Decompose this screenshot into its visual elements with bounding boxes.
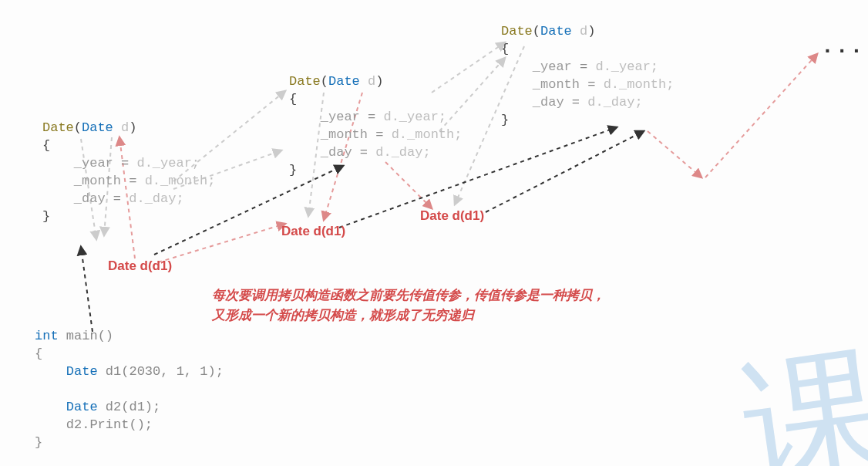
- recursion-label-1: Date d(d1): [108, 258, 172, 274]
- svg-line-13: [705, 54, 817, 177]
- copy-ctor-block-3: Date(Date d) { _year = d._year; _month =…: [501, 23, 674, 130]
- copy-ctor-block-2: Date(Date d) { _year = d._year; _month =…: [289, 73, 462, 180]
- svg-line-14: [81, 247, 93, 332]
- watermark: 课: [732, 317, 868, 466]
- copy-ctor-block-1: Date(Date d) { _year = d._year; _month =…: [42, 120, 215, 226]
- param-type: Date: [82, 120, 113, 135]
- main-function: int main() { Date d1(2030, 1, 1); Date d…: [35, 328, 224, 452]
- ellipsis: ...: [821, 35, 864, 59]
- svg-line-9: [158, 224, 285, 262]
- param-name: d: [121, 120, 129, 135]
- explanation-text: 每次要调用拷贝构造函数之前要先传值传参，传值传参是一种拷贝， 又形成一个新的拷贝…: [212, 285, 605, 326]
- svg-line-17: [486, 131, 644, 212]
- diagram-canvas: Date(Date d) { _year = d._year; _month =…: [0, 0, 868, 466]
- svg-line-12: [648, 131, 701, 177]
- recursion-label-3: Date d(d1): [420, 208, 484, 224]
- ctor-name: Date: [42, 120, 74, 135]
- recursion-label-2: Date d(d1): [281, 224, 345, 239]
